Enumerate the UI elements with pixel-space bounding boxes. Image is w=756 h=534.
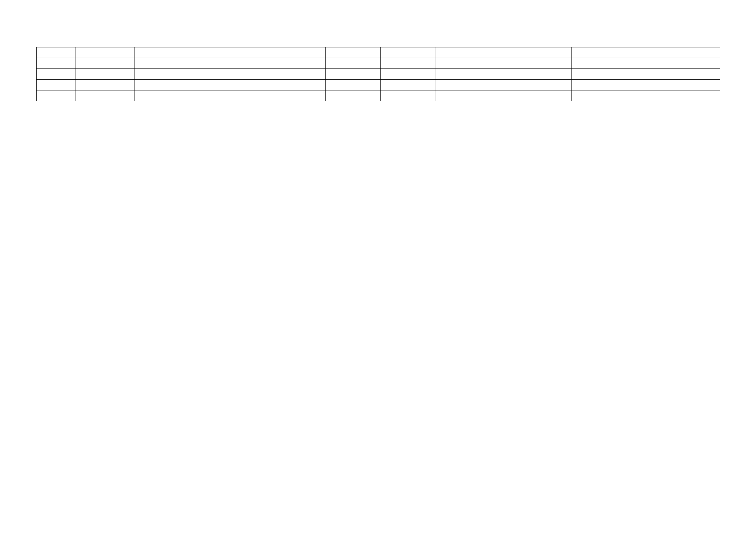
table-cell <box>435 69 572 80</box>
table-cell <box>381 90 435 101</box>
table-cell <box>572 69 720 80</box>
table-cell <box>37 47 75 58</box>
table-cell <box>134 90 230 101</box>
table-cell <box>435 80 572 90</box>
table-cell <box>326 90 381 101</box>
table-cell <box>37 58 75 69</box>
table-row <box>37 80 720 90</box>
table-cell <box>134 80 230 90</box>
table-cell <box>326 58 381 69</box>
table-cell <box>435 47 572 58</box>
table-container <box>36 47 720 101</box>
table-row <box>37 69 720 80</box>
data-table <box>36 47 720 101</box>
table-cell <box>230 58 326 69</box>
table-cell <box>75 47 134 58</box>
table-cell <box>572 90 720 101</box>
table-cell <box>572 80 720 90</box>
table-cell <box>230 90 326 101</box>
table-cell <box>381 47 435 58</box>
table-cell <box>75 80 134 90</box>
table-cell <box>381 80 435 90</box>
table-cell <box>435 58 572 69</box>
table-cell <box>230 80 326 90</box>
table-cell <box>37 69 75 80</box>
table-row <box>37 90 720 101</box>
table-cell <box>381 58 435 69</box>
table-row <box>37 58 720 69</box>
table-cell <box>326 69 381 80</box>
table-cell <box>134 69 230 80</box>
table-cell <box>230 47 326 58</box>
table-cell <box>134 58 230 69</box>
table-cell <box>75 69 134 80</box>
table-cell <box>572 47 720 58</box>
table-cell <box>381 69 435 80</box>
table-cell <box>326 47 381 58</box>
table-cell <box>326 80 381 90</box>
table-cell <box>134 47 230 58</box>
table-cell <box>37 90 75 101</box>
table-row <box>37 47 720 58</box>
table-cell <box>230 69 326 80</box>
table-cell <box>75 58 134 69</box>
table-cell <box>435 90 572 101</box>
table-cell <box>37 80 75 90</box>
table-cell <box>572 58 720 69</box>
table-cell <box>75 90 134 101</box>
